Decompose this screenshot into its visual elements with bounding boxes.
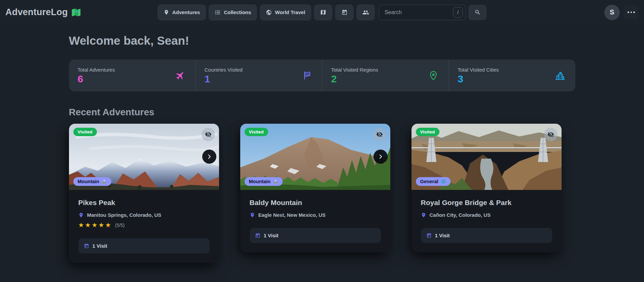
nav-map-button[interactable] [314, 4, 332, 21]
visits-button[interactable]: 1 Visit [421, 228, 552, 243]
user-avatar-button[interactable]: S [604, 5, 620, 20]
category-badge: General [416, 177, 451, 186]
app-title: AdventureLog [5, 7, 68, 17]
welcome-heading: Welcome back, Sean! [69, 34, 575, 47]
overflow-menu-button[interactable] [624, 5, 639, 19]
location-label: Eagle Nest, New Mexico, US [258, 212, 326, 218]
nav-right: S [487, 5, 639, 20]
city-buildings-icon [555, 70, 565, 81]
visibility-off-button[interactable] [202, 128, 215, 141]
list-icon [215, 9, 221, 15]
nav-world-travel-button[interactable]: World Travel [260, 4, 311, 21]
stat-visited-cities: Total Visited Cities 3 [449, 59, 575, 91]
visits-label: 1 Visit [93, 243, 107, 249]
airplane-icon [175, 71, 185, 81]
card-body: Pikes Peak Manitou Springs, Colorado, US… [69, 190, 219, 263]
map-pin-star-icon [428, 71, 438, 81]
adventure-title[interactable]: Baldy Mountain [250, 199, 381, 207]
calendar-icon [342, 9, 348, 15]
wavy-flag-icon [302, 71, 312, 80]
adventure-title[interactable]: Pikes Peak [78, 199, 210, 207]
adventure-image: Visited Mountain [69, 124, 219, 190]
location-row: Eagle Nest, New Mexico, US [250, 212, 381, 218]
mountain-emoji-icon [273, 179, 278, 184]
eye-off-icon [547, 131, 554, 138]
globe-icon [266, 9, 272, 15]
stat-value: 2 [331, 74, 378, 84]
visited-badge: Visited [245, 128, 268, 136]
nav-world-travel-label: World Travel [275, 9, 305, 15]
category-label: General [420, 179, 438, 184]
location-pin-icon [250, 212, 255, 218]
location-pin-icon [78, 212, 84, 218]
location-pin-icon [421, 212, 426, 218]
adventure-title[interactable]: Royal Gorge Bridge & Park [421, 199, 552, 207]
adventure-image: Visited General [412, 124, 562, 190]
visited-badge: Visited [73, 128, 97, 136]
category-label: Mountain [249, 179, 271, 184]
adventure-card-pikes-peak[interactable]: Visited Mountain Pikes Peak Manitou Spri… [69, 124, 219, 263]
adventure-image: Visited Mountain [240, 124, 390, 190]
rating-row: ★★★★★ (5/5) [78, 222, 210, 228]
adventure-cards-grid: Visited Mountain Pikes Peak Manitou Spri… [69, 124, 575, 263]
nav-adventures-label: Adventures [172, 9, 200, 15]
stat-visited-regions: Total Visited Regions 2 [322, 59, 449, 91]
location-label: Cañon City, Colorado, US [430, 212, 491, 218]
app-logo[interactable]: AdventureLog [5, 7, 157, 17]
visits-button[interactable]: 1 Visit [78, 238, 210, 253]
avatar-initial: S [610, 8, 614, 16]
ellipsis-icon [628, 11, 629, 13]
map-icon [320, 9, 326, 15]
stat-value: 1 [205, 74, 243, 84]
visited-badge: Visited [416, 128, 439, 136]
card-body: Royal Gorge Bridge & Park Cañon City, Co… [412, 190, 562, 252]
adventure-card-baldy-mountain[interactable]: Visited Mountain Baldy Mountain Eagle Ne… [240, 124, 390, 252]
visits-button[interactable]: 1 Visit [250, 228, 381, 243]
stat-value: 6 [78, 74, 115, 84]
main-content: Welcome back, Sean! Total Adventures 6 C… [69, 34, 575, 263]
stat-label: Countries Visited [205, 67, 243, 73]
recent-adventures-heading: Recent Adventures [69, 107, 575, 118]
nav-adventures-button[interactable]: Adventures [157, 4, 206, 21]
stat-label: Total Adventures [78, 67, 115, 73]
category-label: Mountain [78, 179, 99, 184]
visibility-off-button[interactable] [373, 128, 386, 141]
card-body: Baldy Mountain Eagle Nest, New Mexico, U… [240, 190, 390, 252]
nav-collections-button[interactable]: Collections [209, 4, 257, 21]
stat-value: 3 [458, 74, 499, 84]
category-badge: Mountain [245, 177, 283, 186]
users-icon [362, 9, 369, 16]
stats-bar: Total Adventures 6 Countries Visited 1 T… [69, 59, 575, 91]
category-badge: Mountain [73, 177, 111, 186]
image-next-button[interactable] [373, 150, 388, 164]
rating-label: (5/5) [115, 223, 125, 228]
globe-emoji-icon [441, 179, 446, 184]
star-rating: ★★★★★ [78, 222, 112, 228]
navbar: AdventureLog Adventures Collections Worl… [0, 0, 644, 25]
search-icon [474, 9, 481, 15]
location-row: Manitou Springs, Colorado, US [78, 212, 210, 218]
calendar-icon [255, 233, 260, 238]
calendar-icon [426, 233, 432, 238]
search-shortcut-kbd: / [453, 7, 463, 18]
search-button[interactable] [468, 5, 487, 20]
adventure-card-royal-gorge[interactable]: Visited General Royal Gorge Bridge & Par… [412, 124, 562, 252]
nav-users-button[interactable] [356, 4, 375, 21]
map-logo-icon [71, 7, 81, 17]
image-next-button[interactable] [202, 150, 216, 164]
nav-collections-label: Collections [224, 9, 251, 15]
nav-calendar-button[interactable] [335, 4, 354, 21]
visits-label: 1 Visit [264, 233, 279, 238]
stat-total-adventures: Total Adventures 6 [69, 59, 195, 91]
location-pin-icon [164, 9, 169, 15]
stat-countries-visited: Countries Visited 1 [195, 59, 322, 91]
location-row: Cañon City, Colorado, US [421, 212, 552, 218]
nav-center: Adventures Collections World Travel / [157, 4, 487, 21]
stat-label: Total Visited Regions [331, 67, 378, 73]
chevron-right-icon [378, 154, 384, 160]
location-label: Manitou Springs, Colorado, US [87, 212, 162, 218]
calendar-icon [84, 243, 89, 249]
eye-off-icon [376, 131, 383, 138]
visibility-off-button[interactable] [544, 128, 558, 141]
chevron-right-icon [206, 154, 212, 160]
